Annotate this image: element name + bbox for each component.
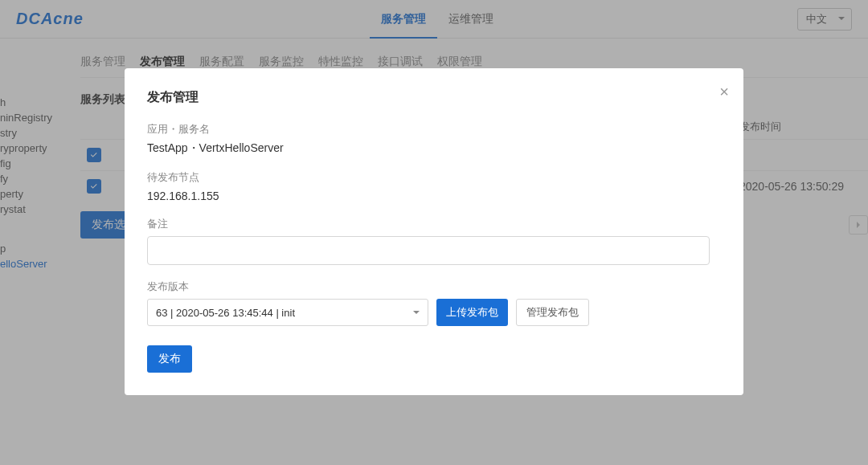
app-service-label: 应用・服务名 xyxy=(147,122,721,137)
publish-button[interactable]: 发布 xyxy=(147,345,192,373)
remark-label: 备注 xyxy=(147,217,721,231)
remark-input[interactable] xyxy=(147,236,710,265)
version-label: 发布版本 xyxy=(147,279,721,294)
version-selected-text: 63 | 2020-05-26 13:45:44 | init xyxy=(156,307,295,319)
upload-package-button[interactable]: 上传发布包 xyxy=(436,299,508,326)
modal-overlay: × 发布管理 应用・服务名 TestApp・VertxHelloServer 待… xyxy=(0,0,868,465)
manage-package-button[interactable]: 管理发布包 xyxy=(516,299,589,326)
publish-modal: × 发布管理 应用・服务名 TestApp・VertxHelloServer 待… xyxy=(125,68,743,395)
app-service-value: TestApp・VertxHelloServer xyxy=(147,141,721,156)
version-select[interactable]: 63 | 2020-05-26 13:45:44 | init xyxy=(147,299,428,326)
close-icon[interactable]: × xyxy=(719,83,729,101)
nodes-value: 192.168.1.155 xyxy=(147,190,721,202)
modal-title: 发布管理 xyxy=(147,89,721,106)
nodes-label: 待发布节点 xyxy=(147,170,721,185)
